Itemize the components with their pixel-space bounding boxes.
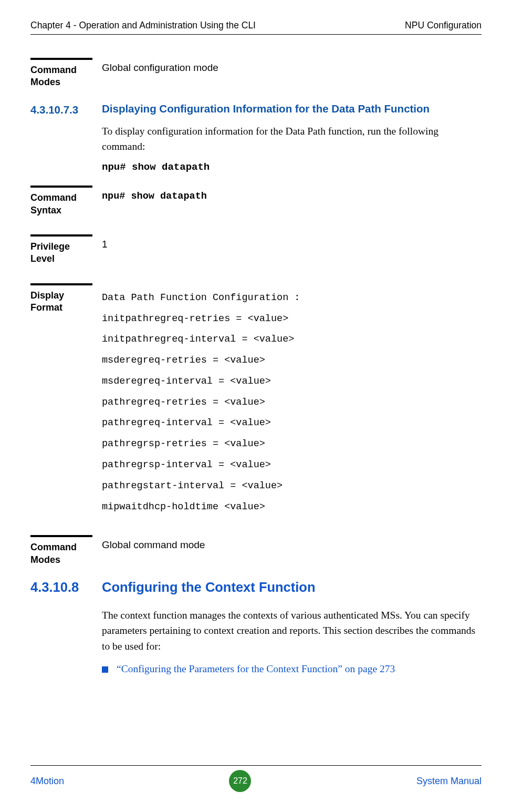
footer-rule: [30, 765, 482, 766]
page-number-badge: 272: [229, 770, 251, 792]
rule-icon: [30, 234, 92, 237]
section-title: Displaying Configuration Information for…: [102, 102, 482, 115]
label-command-modes: Command Modes: [30, 541, 92, 566]
section-number: 4.3.10.8: [30, 580, 102, 595]
value-display-format: Data Path Function Configuration : initp…: [92, 279, 482, 517]
section-paragraph: The context function manages the context…: [102, 608, 482, 654]
value-command-modes-bottom: Global command mode: [92, 531, 482, 551]
page-footer: 4Motion 272 System Manual: [30, 761, 482, 792]
header-rule: [30, 34, 482, 35]
footer-left-link[interactable]: 4Motion: [30, 776, 64, 787]
footer-right-link[interactable]: System Manual: [416, 776, 482, 787]
label-command-modes: Command Modes: [30, 64, 92, 89]
label-privilege-level: Privilege Level: [30, 241, 92, 265]
header-right: NPU Configuration: [405, 20, 482, 31]
square-bullet-icon: [102, 666, 108, 673]
block-command-modes-top: Command Modes Global configuration mode: [30, 54, 482, 89]
xref-link[interactable]: “Configuring the Parameters for the Cont…: [117, 663, 395, 675]
section-paragraph: To display configuration information for…: [102, 124, 482, 155]
block-command-syntax: Command Syntax npu# show datapath: [30, 181, 482, 217]
command-line: npu# show datapath: [102, 161, 482, 173]
value-command-modes-top: Global configuration mode: [92, 54, 482, 74]
value-privilege-level: 1: [92, 230, 482, 250]
header-left: Chapter 4 - Operation and Administration…: [30, 20, 256, 31]
rule-icon: [30, 58, 92, 60]
label-display-format: Display Format: [30, 290, 92, 314]
list-item: “Configuring the Parameters for the Cont…: [102, 663, 482, 675]
block-privilege-level: Privilege Level 1: [30, 230, 482, 265]
value-command-syntax: npu# show datapath: [92, 181, 482, 202]
rule-icon: [30, 535, 92, 537]
rule-icon: [30, 186, 92, 188]
section-number: 4.3.10.7.3: [30, 102, 102, 116]
block-display-format: Display Format Data Path Function Config…: [30, 279, 482, 517]
block-command-modes-bottom: Command Modes Global command mode: [30, 531, 482, 566]
section-4-3-10-7-3: 4.3.10.7.3 Displaying Configuration Info…: [30, 102, 482, 118]
rule-icon: [30, 283, 92, 285]
section-title: Configuring the Context Function: [102, 580, 482, 595]
section-4-3-10-8: 4.3.10.8 Configuring the Context Functio…: [30, 580, 482, 602]
label-command-syntax: Command Syntax: [30, 192, 92, 217]
